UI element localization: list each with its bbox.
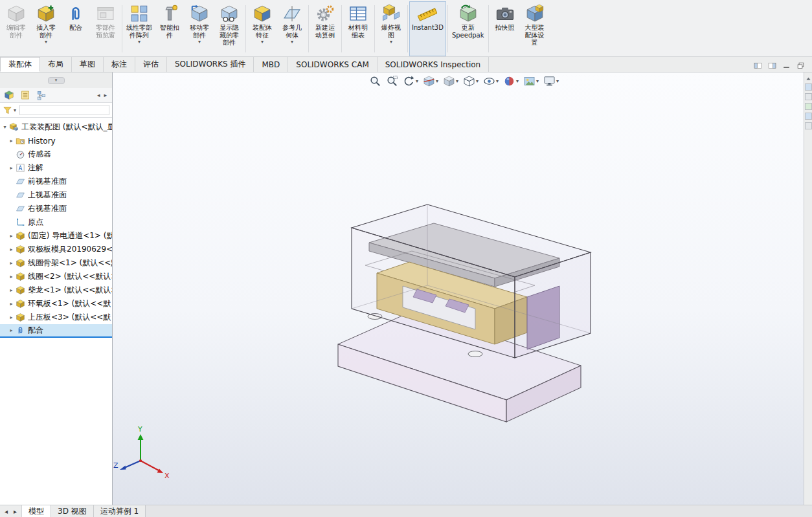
snapshot-button[interactable]: 拍快照 — [490, 1, 520, 56]
expander-icon[interactable]: ▸ — [8, 301, 15, 307]
tree-item[interactable]: ▸环氧板<1> (默认<<默 — [0, 297, 112, 311]
dropdown-caret-icon[interactable]: ▾ — [456, 78, 458, 84]
display-style-button[interactable]: ▾ — [462, 74, 479, 88]
tree-item[interactable]: 右视基准面 — [0, 202, 112, 215]
task-pane-button[interactable] — [805, 122, 812, 129]
motion-study-button[interactable]: 新建运 动算例 — [310, 1, 340, 56]
restore-icon[interactable] — [796, 60, 806, 69]
tree-filter-input[interactable] — [19, 105, 109, 115]
scroll-up-icon[interactable] — [805, 73, 812, 81]
tree-item[interactable]: ▸柴龙<1> (默认<<默认> — [0, 283, 112, 297]
propertymanager-tab-icon[interactable] — [20, 90, 30, 100]
dropdown-caret-icon[interactable]: ▾ — [556, 78, 559, 84]
command-tab[interactable]: SOLIDWORKS 插件 — [167, 57, 254, 72]
command-tab[interactable]: 草图 — [72, 57, 104, 72]
edit-component-button[interactable]: 编辑零 部件 — [1, 1, 31, 56]
tab-scroll-left-icon[interactable]: ◂ — [3, 508, 10, 515]
chevron-left-icon[interactable]: ◂ — [96, 92, 102, 98]
expander-icon[interactable]: ▸ — [8, 287, 15, 293]
task-pane-button[interactable] — [805, 113, 812, 120]
command-tab[interactable]: MBD — [254, 57, 288, 72]
pane-left-icon[interactable] — [753, 60, 763, 69]
filter-caret-icon[interactable]: ▾ — [14, 107, 16, 113]
expander-icon[interactable]: ▸ — [8, 314, 15, 320]
chevron-right-icon[interactable]: ▸ — [102, 92, 108, 98]
reference-geometry-button[interactable]: 参考几 何体▾ — [277, 1, 307, 56]
large-assembly-button[interactable]: 大型装 配体设 置 — [520, 1, 550, 56]
expander-icon[interactable]: ▸ — [8, 327, 15, 333]
model-view[interactable]: Y X Z — [113, 72, 804, 505]
dropdown-caret-icon[interactable]: ▾ — [261, 39, 264, 45]
tree-item[interactable]: 传感器 — [0, 148, 112, 161]
task-pane-button[interactable] — [805, 83, 812, 91]
tree-item[interactable]: ▸配合 — [0, 324, 112, 338]
dropdown-caret-icon[interactable]: ▾ — [496, 78, 499, 84]
update-speedpak-button[interactable]: 更新 Speedpak — [449, 1, 487, 56]
pane-right-icon[interactable] — [767, 60, 777, 69]
tree-item[interactable]: 原点 — [0, 215, 112, 229]
view-orientation-button[interactable]: ▾ — [442, 74, 459, 88]
task-pane-button[interactable] — [805, 103, 812, 110]
tree-item[interactable]: ▸双极板模具20190629< — [0, 243, 112, 256]
tree-item[interactable]: ▸上压板<3> (默认<<默 — [0, 311, 112, 324]
dropdown-caret-icon[interactable]: ▾ — [390, 39, 392, 45]
apply-scene-button[interactable]: ▾ — [523, 74, 539, 88]
minimize-icon[interactable] — [782, 60, 791, 69]
orientation-triad[interactable]: Y X Z — [113, 425, 170, 480]
dropdown-caret-icon[interactable]: ▾ — [416, 78, 418, 84]
mate-button[interactable]: 配合 — [61, 1, 91, 56]
tab-scroll-right-icon[interactable]: ▸ — [12, 508, 19, 515]
dropdown-caret-icon[interactable]: ▾ — [436, 78, 438, 84]
expander-icon[interactable]: ▸ — [8, 233, 15, 239]
command-tab[interactable]: 装配体 — [0, 57, 40, 72]
previous-view-button[interactable]: ▾ — [402, 74, 419, 88]
expander-icon[interactable]: ▸ — [8, 274, 15, 280]
tree-item[interactable]: ▸线圈<2> (默认<<默认> — [0, 270, 112, 283]
expander-icon[interactable]: ▸ — [8, 138, 15, 144]
tree-item[interactable]: ▸注解 — [0, 161, 112, 175]
zoom-fit-button[interactable] — [368, 74, 382, 88]
section-view-button[interactable]: ▾ — [422, 74, 439, 88]
command-tab[interactable]: 评估 — [135, 57, 167, 72]
panel-collapse-handle[interactable]: ▾ — [0, 72, 112, 88]
exploded-view-button[interactable]: 爆炸视 图▾ — [376, 1, 406, 56]
graphics-area[interactable]: ▾▾▾▾▾▾▾▾ — [113, 72, 804, 505]
tree-item[interactable]: ▸线圈骨架<1> (默认<<默 — [0, 256, 112, 270]
dropdown-caret-icon[interactable]: ▾ — [198, 39, 201, 45]
dropdown-caret-icon[interactable]: ▾ — [476, 78, 479, 84]
insert-component-button[interactable]: 插入零 部件▾ — [31, 1, 61, 56]
expander-icon[interactable]: ▸ — [8, 260, 15, 266]
featuremanager-tab-icon[interactable] — [4, 90, 14, 100]
component-preview-button[interactable]: 零部件 预览窗 — [91, 1, 120, 56]
tree-root-item[interactable]: ▾工装装配图 (默认<默认_显 — [0, 120, 112, 134]
zoom-area-button[interactable] — [385, 74, 399, 88]
bottom-tab[interactable]: 模型 — [22, 505, 51, 517]
tree-item[interactable]: ▸(固定) 导电通道<1> (默 — [0, 229, 112, 243]
panel-collapse-icon[interactable]: ▾ — [48, 77, 65, 84]
dropdown-caret-icon[interactable]: ▾ — [291, 39, 293, 45]
assembly-features-button[interactable]: 装配体 特征▾ — [247, 1, 277, 56]
expander-icon[interactable]: ▸ — [8, 165, 15, 171]
bom-button[interactable]: 材料明 细表 — [343, 1, 373, 56]
edit-appearance-button[interactable]: ▾ — [502, 74, 519, 88]
bottom-tab[interactable]: 3D 视图 — [51, 505, 94, 517]
tree-item[interactable]: ▸History — [0, 134, 112, 148]
move-component-button[interactable]: 移动零 部件▾ — [185, 1, 214, 56]
dropdown-caret-icon[interactable]: ▾ — [138, 39, 141, 45]
linear-pattern-button[interactable]: 线性零部 件阵列▾ — [124, 1, 155, 56]
command-tab[interactable]: SOLIDWORKS Inspection — [378, 57, 489, 72]
dropdown-caret-icon[interactable]: ▾ — [45, 39, 47, 45]
show-hidden-button[interactable]: 显示隐 藏的零 部件 — [214, 1, 244, 56]
dropdown-caret-icon[interactable]: ▾ — [516, 78, 519, 84]
hide-show-items-button[interactable]: ▾ — [482, 74, 499, 88]
command-tab[interactable]: 布局 — [40, 57, 72, 72]
view-settings-button[interactable]: ▾ — [543, 74, 559, 88]
command-tab[interactable]: 标注 — [104, 57, 135, 72]
configurationmanager-tab-icon[interactable] — [36, 90, 47, 100]
tree-item[interactable]: 上视基准面 — [0, 188, 112, 202]
smart-fasteners-button[interactable]: 智能扣 件 — [155, 1, 185, 56]
expander-icon[interactable]: ▸ — [8, 247, 15, 252]
instant3d-button[interactable]: Instant3D — [409, 1, 446, 56]
dropdown-caret-icon[interactable]: ▾ — [536, 78, 539, 84]
expander-icon[interactable]: ▾ — [1, 124, 8, 130]
